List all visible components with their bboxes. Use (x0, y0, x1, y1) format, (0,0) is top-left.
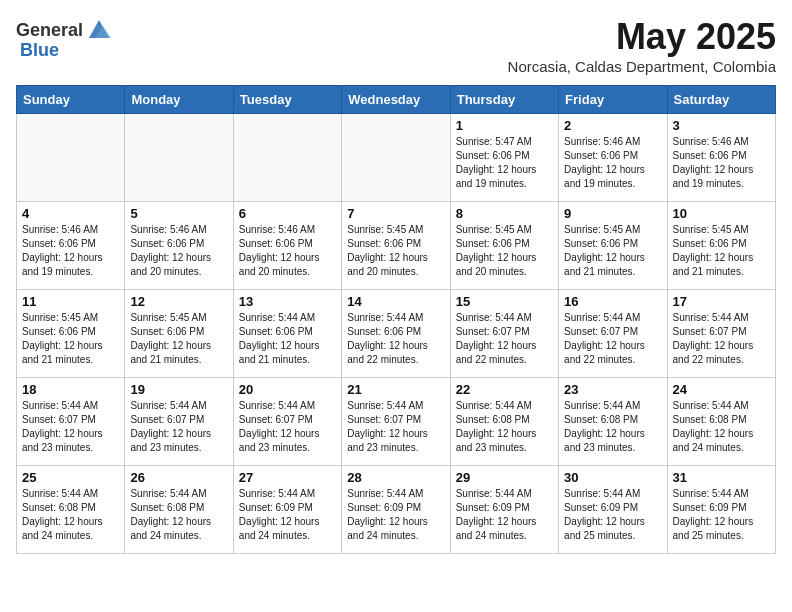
day-info: Sunrise: 5:44 AM Sunset: 6:09 PM Dayligh… (564, 487, 661, 543)
location-title: Norcasia, Caldas Department, Colombia (508, 58, 776, 75)
day-info: Sunrise: 5:45 AM Sunset: 6:06 PM Dayligh… (22, 311, 119, 367)
calendar-cell (125, 114, 233, 202)
calendar-cell: 23Sunrise: 5:44 AM Sunset: 6:08 PM Dayli… (559, 378, 667, 466)
calendar-cell (342, 114, 450, 202)
day-number: 10 (673, 206, 770, 221)
calendar-cell: 3Sunrise: 5:46 AM Sunset: 6:06 PM Daylig… (667, 114, 775, 202)
day-info: Sunrise: 5:44 AM Sunset: 6:06 PM Dayligh… (347, 311, 444, 367)
day-info: Sunrise: 5:44 AM Sunset: 6:07 PM Dayligh… (673, 311, 770, 367)
week-row-1: 1Sunrise: 5:47 AM Sunset: 6:06 PM Daylig… (17, 114, 776, 202)
calendar-cell: 20Sunrise: 5:44 AM Sunset: 6:07 PM Dayli… (233, 378, 341, 466)
week-row-2: 4Sunrise: 5:46 AM Sunset: 6:06 PM Daylig… (17, 202, 776, 290)
calendar-cell: 16Sunrise: 5:44 AM Sunset: 6:07 PM Dayli… (559, 290, 667, 378)
weekday-header-tuesday: Tuesday (233, 86, 341, 114)
day-info: Sunrise: 5:44 AM Sunset: 6:09 PM Dayligh… (239, 487, 336, 543)
calendar-cell: 1Sunrise: 5:47 AM Sunset: 6:06 PM Daylig… (450, 114, 558, 202)
week-row-3: 11Sunrise: 5:45 AM Sunset: 6:06 PM Dayli… (17, 290, 776, 378)
day-info: Sunrise: 5:44 AM Sunset: 6:08 PM Dayligh… (130, 487, 227, 543)
day-number: 5 (130, 206, 227, 221)
weekday-header-row: SundayMondayTuesdayWednesdayThursdayFrid… (17, 86, 776, 114)
calendar-cell: 7Sunrise: 5:45 AM Sunset: 6:06 PM Daylig… (342, 202, 450, 290)
day-info: Sunrise: 5:45 AM Sunset: 6:06 PM Dayligh… (456, 223, 553, 279)
day-number: 17 (673, 294, 770, 309)
calendar-cell: 4Sunrise: 5:46 AM Sunset: 6:06 PM Daylig… (17, 202, 125, 290)
day-info: Sunrise: 5:45 AM Sunset: 6:06 PM Dayligh… (130, 311, 227, 367)
calendar-cell: 18Sunrise: 5:44 AM Sunset: 6:07 PM Dayli… (17, 378, 125, 466)
day-number: 18 (22, 382, 119, 397)
calendar-cell: 10Sunrise: 5:45 AM Sunset: 6:06 PM Dayli… (667, 202, 775, 290)
calendar-cell: 22Sunrise: 5:44 AM Sunset: 6:08 PM Dayli… (450, 378, 558, 466)
calendar-cell: 21Sunrise: 5:44 AM Sunset: 6:07 PM Dayli… (342, 378, 450, 466)
calendar-cell: 31Sunrise: 5:44 AM Sunset: 6:09 PM Dayli… (667, 466, 775, 554)
calendar-cell: 9Sunrise: 5:45 AM Sunset: 6:06 PM Daylig… (559, 202, 667, 290)
calendar-cell: 11Sunrise: 5:45 AM Sunset: 6:06 PM Dayli… (17, 290, 125, 378)
calendar-cell: 2Sunrise: 5:46 AM Sunset: 6:06 PM Daylig… (559, 114, 667, 202)
day-number: 12 (130, 294, 227, 309)
day-info: Sunrise: 5:46 AM Sunset: 6:06 PM Dayligh… (130, 223, 227, 279)
day-info: Sunrise: 5:44 AM Sunset: 6:07 PM Dayligh… (456, 311, 553, 367)
day-number: 20 (239, 382, 336, 397)
day-info: Sunrise: 5:44 AM Sunset: 6:09 PM Dayligh… (347, 487, 444, 543)
month-title: May 2025 (508, 16, 776, 58)
day-info: Sunrise: 5:44 AM Sunset: 6:08 PM Dayligh… (456, 399, 553, 455)
day-number: 11 (22, 294, 119, 309)
day-number: 27 (239, 470, 336, 485)
logo-icon (85, 16, 113, 44)
day-number: 8 (456, 206, 553, 221)
day-info: Sunrise: 5:47 AM Sunset: 6:06 PM Dayligh… (456, 135, 553, 191)
day-number: 31 (673, 470, 770, 485)
calendar-cell: 8Sunrise: 5:45 AM Sunset: 6:06 PM Daylig… (450, 202, 558, 290)
day-info: Sunrise: 5:44 AM Sunset: 6:07 PM Dayligh… (239, 399, 336, 455)
day-info: Sunrise: 5:44 AM Sunset: 6:08 PM Dayligh… (564, 399, 661, 455)
calendar-cell: 15Sunrise: 5:44 AM Sunset: 6:07 PM Dayli… (450, 290, 558, 378)
day-info: Sunrise: 5:44 AM Sunset: 6:07 PM Dayligh… (22, 399, 119, 455)
day-info: Sunrise: 5:44 AM Sunset: 6:06 PM Dayligh… (239, 311, 336, 367)
calendar-cell: 12Sunrise: 5:45 AM Sunset: 6:06 PM Dayli… (125, 290, 233, 378)
title-area: May 2025 Norcasia, Caldas Department, Co… (508, 16, 776, 75)
day-info: Sunrise: 5:44 AM Sunset: 6:09 PM Dayligh… (456, 487, 553, 543)
day-number: 21 (347, 382, 444, 397)
day-number: 16 (564, 294, 661, 309)
weekday-header-monday: Monday (125, 86, 233, 114)
day-info: Sunrise: 5:45 AM Sunset: 6:06 PM Dayligh… (673, 223, 770, 279)
day-number: 3 (673, 118, 770, 133)
weekday-header-friday: Friday (559, 86, 667, 114)
day-info: Sunrise: 5:45 AM Sunset: 6:06 PM Dayligh… (347, 223, 444, 279)
day-number: 28 (347, 470, 444, 485)
day-info: Sunrise: 5:46 AM Sunset: 6:06 PM Dayligh… (239, 223, 336, 279)
day-number: 24 (673, 382, 770, 397)
calendar-cell: 27Sunrise: 5:44 AM Sunset: 6:09 PM Dayli… (233, 466, 341, 554)
day-number: 30 (564, 470, 661, 485)
day-info: Sunrise: 5:44 AM Sunset: 6:08 PM Dayligh… (673, 399, 770, 455)
calendar-cell: 14Sunrise: 5:44 AM Sunset: 6:06 PM Dayli… (342, 290, 450, 378)
calendar-cell: 29Sunrise: 5:44 AM Sunset: 6:09 PM Dayli… (450, 466, 558, 554)
day-info: Sunrise: 5:46 AM Sunset: 6:06 PM Dayligh… (22, 223, 119, 279)
day-info: Sunrise: 5:45 AM Sunset: 6:06 PM Dayligh… (564, 223, 661, 279)
day-number: 26 (130, 470, 227, 485)
calendar-cell: 25Sunrise: 5:44 AM Sunset: 6:08 PM Dayli… (17, 466, 125, 554)
week-row-4: 18Sunrise: 5:44 AM Sunset: 6:07 PM Dayli… (17, 378, 776, 466)
day-number: 2 (564, 118, 661, 133)
calendar-cell: 17Sunrise: 5:44 AM Sunset: 6:07 PM Dayli… (667, 290, 775, 378)
day-info: Sunrise: 5:44 AM Sunset: 6:07 PM Dayligh… (564, 311, 661, 367)
page-header: General Blue May 2025 Norcasia, Caldas D… (16, 16, 776, 75)
weekday-header-sunday: Sunday (17, 86, 125, 114)
day-number: 9 (564, 206, 661, 221)
calendar-cell: 30Sunrise: 5:44 AM Sunset: 6:09 PM Dayli… (559, 466, 667, 554)
day-info: Sunrise: 5:44 AM Sunset: 6:09 PM Dayligh… (673, 487, 770, 543)
calendar-cell: 26Sunrise: 5:44 AM Sunset: 6:08 PM Dayli… (125, 466, 233, 554)
weekday-header-thursday: Thursday (450, 86, 558, 114)
day-info: Sunrise: 5:46 AM Sunset: 6:06 PM Dayligh… (564, 135, 661, 191)
calendar-cell: 19Sunrise: 5:44 AM Sunset: 6:07 PM Dayli… (125, 378, 233, 466)
logo: General Blue (16, 16, 113, 61)
day-number: 14 (347, 294, 444, 309)
calendar-cell: 24Sunrise: 5:44 AM Sunset: 6:08 PM Dayli… (667, 378, 775, 466)
weekday-header-wednesday: Wednesday (342, 86, 450, 114)
day-number: 6 (239, 206, 336, 221)
day-number: 19 (130, 382, 227, 397)
day-number: 7 (347, 206, 444, 221)
calendar-cell: 5Sunrise: 5:46 AM Sunset: 6:06 PM Daylig… (125, 202, 233, 290)
week-row-5: 25Sunrise: 5:44 AM Sunset: 6:08 PM Dayli… (17, 466, 776, 554)
day-info: Sunrise: 5:46 AM Sunset: 6:06 PM Dayligh… (673, 135, 770, 191)
calendar-cell (233, 114, 341, 202)
